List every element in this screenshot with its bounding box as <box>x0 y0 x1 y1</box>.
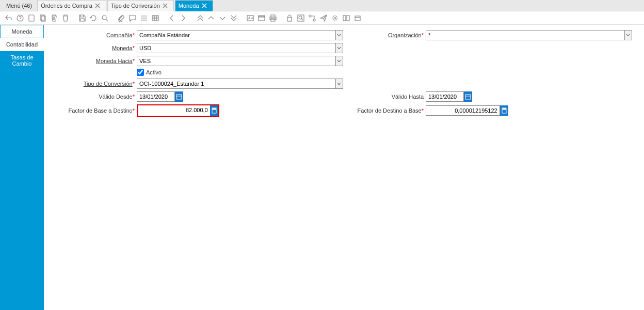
svg-rect-24 <box>213 109 216 110</box>
chevron-down-icon[interactable] <box>335 30 343 40</box>
svg-rect-9 <box>271 15 275 17</box>
gear-icon[interactable] <box>330 13 340 23</box>
tab-ordenes-compra[interactable]: Órdenes de Compra <box>37 0 106 11</box>
print-icon[interactable] <box>268 13 278 23</box>
label-tipo-conversion: Tipo de Conversión* <box>54 81 137 87</box>
chevron-down-icon[interactable] <box>624 30 632 40</box>
svg-rect-18 <box>343 16 346 21</box>
svg-rect-12 <box>287 18 292 21</box>
moneda-hacia-field[interactable] <box>137 56 335 66</box>
activo-checkbox[interactable] <box>137 69 144 76</box>
moneda-field[interactable] <box>137 43 335 53</box>
svg-rect-22 <box>465 95 471 99</box>
label-moneda: Moneda* <box>54 45 137 51</box>
product-icon[interactable] <box>353 13 362 23</box>
chevron-down-icon[interactable] <box>335 56 343 66</box>
report-icon[interactable] <box>246 13 255 23</box>
label-valido-hasta: Válido Hasta <box>343 94 426 100</box>
up-icon[interactable] <box>206 13 216 23</box>
send-icon[interactable] <box>319 13 328 23</box>
undo-icon[interactable] <box>4 13 13 23</box>
search-icon[interactable] <box>100 13 109 23</box>
sidebar-item-tasas-cambio[interactable]: Tasas de Cambio <box>0 51 44 70</box>
organizacion-field[interactable] <box>426 30 624 40</box>
delete-icon[interactable] <box>50 13 59 23</box>
svg-rect-19 <box>347 16 349 21</box>
compania-field[interactable] <box>137 30 335 40</box>
tab-tipo-conversion[interactable]: Tipo de Conversión <box>107 0 174 11</box>
close-icon[interactable] <box>94 3 101 9</box>
copy-icon[interactable] <box>38 13 47 23</box>
label-compania: Compañía* <box>54 32 137 38</box>
close-icon[interactable] <box>201 3 207 9</box>
svg-rect-1 <box>29 15 34 21</box>
chevron-down-icon[interactable] <box>335 79 343 89</box>
lock-icon[interactable] <box>285 13 294 23</box>
tab-moneda[interactable]: Moneda <box>175 0 213 11</box>
chat-icon[interactable] <box>128 13 137 23</box>
valido-desde-field[interactable] <box>137 91 175 102</box>
workflow-icon[interactable] <box>308 13 317 23</box>
tab-label: Órdenes de Compra <box>41 3 92 9</box>
tipo-conversion-field[interactable] <box>137 79 335 89</box>
factor-base-destino-field[interactable] <box>138 105 210 115</box>
attach-icon[interactable] <box>117 13 126 23</box>
grid-icon[interactable] <box>139 13 149 23</box>
form-area: Compañía* Organización* <box>44 25 644 310</box>
svg-rect-20 <box>355 16 360 21</box>
label-moneda-hacia: Moneda Hacia* <box>54 58 137 64</box>
close-icon[interactable] <box>162 3 168 9</box>
tab-label: Tipo de Conversión <box>111 3 160 9</box>
svg-rect-5 <box>152 16 158 21</box>
sidebar: Moneda Contabilidad Tasas de Cambio <box>0 25 44 310</box>
refresh-icon[interactable] <box>89 13 98 23</box>
zoom-icon[interactable] <box>296 13 305 23</box>
tab-label: Moneda <box>179 3 199 9</box>
label-valido-desde: Válido Desde* <box>54 94 137 100</box>
last-icon[interactable] <box>229 13 238 23</box>
svg-rect-26 <box>503 109 506 110</box>
first-icon[interactable] <box>195 13 204 23</box>
calendar-icon[interactable] <box>175 91 183 102</box>
svg-point-15 <box>309 15 311 17</box>
next-icon[interactable] <box>179 13 188 23</box>
prev-icon[interactable] <box>167 13 176 23</box>
tabs-bar: Menú (46) Órdenes de Compra Tipo de Conv… <box>0 0 644 11</box>
help-icon[interactable] <box>15 13 25 23</box>
down-icon[interactable] <box>218 13 227 23</box>
chevron-down-icon[interactable] <box>335 43 343 53</box>
info-icon[interactable] <box>342 13 351 23</box>
svg-point-17 <box>334 17 336 19</box>
sidebar-item-contabilidad[interactable]: Contabilidad <box>0 38 44 51</box>
archive-icon[interactable] <box>257 13 266 23</box>
label-activo: Activo <box>146 69 162 75</box>
sidebar-item-moneda[interactable]: Moneda <box>0 25 44 38</box>
calendar-icon[interactable] <box>464 91 472 102</box>
calculator-icon[interactable] <box>500 105 508 116</box>
svg-point-16 <box>313 19 315 21</box>
svg-point-4 <box>102 16 106 20</box>
factor-destino-base-field[interactable] <box>426 105 500 116</box>
label-factor-destino-base: Factor de Destino a Base* <box>343 107 426 114</box>
svg-rect-21 <box>176 95 182 99</box>
table-icon[interactable] <box>151 13 160 23</box>
delete-all-icon[interactable] <box>61 13 70 23</box>
label-organizacion: Organización* <box>343 32 426 38</box>
label-factor-base-destino: Factor de Base a Destino* <box>54 107 137 114</box>
new-icon[interactable] <box>27 13 36 23</box>
calculator-icon[interactable] <box>210 105 218 116</box>
valido-hasta-field[interactable] <box>426 91 464 102</box>
menu-button[interactable]: Menú (46) <box>1 1 37 10</box>
save-icon[interactable] <box>77 13 87 23</box>
toolbar <box>0 11 644 25</box>
